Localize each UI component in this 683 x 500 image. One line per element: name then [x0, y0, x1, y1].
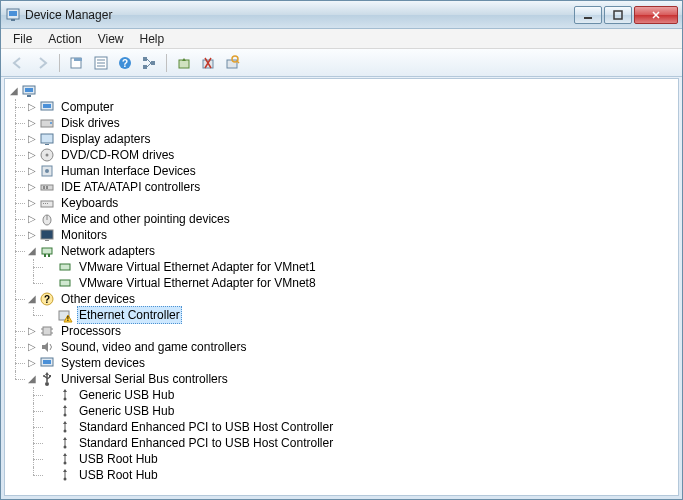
svg-rect-4: [614, 11, 622, 19]
svg-text:?: ?: [44, 294, 50, 305]
svg-rect-15: [151, 61, 155, 65]
node-keyboards[interactable]: Keyboards: [59, 195, 120, 211]
svg-rect-44: [45, 240, 49, 241]
node-usb-hub[interactable]: Generic USB Hub: [77, 403, 176, 419]
app-icon: [5, 7, 21, 23]
node-usb-hub[interactable]: Generic USB Hub: [77, 387, 176, 403]
node-nic-vmnet8[interactable]: VMware Virtual Ethernet Adapter for VMne…: [77, 275, 318, 291]
disk-icon: [39, 115, 55, 131]
svg-rect-39: [45, 203, 46, 204]
usb-device-icon: [57, 419, 73, 435]
node-system-devices[interactable]: System devices: [59, 355, 147, 371]
usb-device-icon: [57, 435, 73, 451]
node-other-devices[interactable]: Other devices: [59, 291, 137, 307]
expander-icon[interactable]: ◢: [25, 371, 39, 387]
tree-root[interactable]: ◢: [7, 83, 678, 99]
menu-file[interactable]: File: [5, 30, 40, 48]
expander-icon[interactable]: ▷: [25, 227, 39, 243]
show-hidden-button[interactable]: [66, 52, 88, 74]
svg-rect-46: [44, 254, 46, 257]
nic-icon: [57, 275, 73, 291]
warning-device-icon: !: [57, 307, 73, 323]
node-usb-root-hub[interactable]: USB Root Hub: [77, 451, 160, 467]
minimize-button[interactable]: [574, 6, 602, 24]
expander-icon[interactable]: ▷: [25, 211, 39, 227]
node-usb-enhanced[interactable]: Standard Enhanced PCI to USB Host Contro…: [77, 435, 335, 451]
node-usb-enhanced[interactable]: Standard Enhanced PCI to USB Host Contro…: [77, 419, 335, 435]
expander-icon[interactable]: ▷: [25, 179, 39, 195]
ide-icon: [39, 179, 55, 195]
tree-view-button[interactable]: [138, 52, 160, 74]
titlebar: Device Manager: [1, 1, 682, 29]
node-computer[interactable]: Computer: [59, 99, 116, 115]
window-controls: [574, 6, 678, 24]
mouse-icon: [39, 211, 55, 227]
uninstall-button[interactable]: [197, 52, 219, 74]
expander-icon[interactable]: ▷: [25, 339, 39, 355]
svg-marker-81: [63, 453, 67, 456]
expander-icon[interactable]: ▷: [25, 355, 39, 371]
expander-icon[interactable]: ◢: [7, 83, 21, 99]
svg-marker-66: [45, 372, 49, 375]
properties-button[interactable]: [90, 52, 112, 74]
node-network-adapters[interactable]: Network adapters: [59, 243, 157, 259]
svg-rect-14: [143, 65, 147, 69]
network-icon: [39, 243, 55, 259]
svg-point-27: [50, 122, 52, 124]
expander-icon[interactable]: ◢: [25, 291, 39, 307]
node-monitors[interactable]: Monitors: [59, 227, 109, 243]
scan-hardware-button[interactable]: [221, 52, 243, 74]
svg-marker-84: [63, 469, 67, 472]
node-disk-drives[interactable]: Disk drives: [59, 115, 122, 131]
menu-view[interactable]: View: [90, 30, 132, 48]
svg-point-31: [46, 154, 49, 157]
expander-icon[interactable]: ▷: [25, 99, 39, 115]
node-hid[interactable]: Human Interface Devices: [59, 163, 198, 179]
maximize-button[interactable]: [604, 6, 632, 24]
expander-icon[interactable]: ▷: [25, 115, 39, 131]
close-button[interactable]: [634, 6, 678, 24]
svg-rect-48: [60, 264, 70, 270]
expander-icon[interactable]: ◢: [25, 243, 39, 259]
device-tree: ◢ ▷Computer ▷Disk drives ▷Display adapte…: [5, 83, 678, 483]
menu-action[interactable]: Action: [40, 30, 89, 48]
node-display-adapters[interactable]: Display adapters: [59, 131, 152, 147]
forward-button[interactable]: [31, 52, 53, 74]
expander-icon[interactable]: ▷: [25, 147, 39, 163]
help-button[interactable]: ?: [114, 52, 136, 74]
svg-rect-6: [74, 58, 82, 61]
svg-marker-72: [63, 405, 67, 408]
svg-marker-69: [63, 389, 67, 392]
node-dvd[interactable]: DVD/CD-ROM drives: [59, 147, 176, 163]
expander-icon[interactable]: ▷: [25, 195, 39, 211]
back-button[interactable]: [7, 52, 29, 74]
svg-rect-49: [60, 280, 70, 286]
node-usb-controllers[interactable]: Universal Serial Bus controllers: [59, 371, 230, 387]
monitor-icon: [39, 227, 55, 243]
tree-panel: ◢ ▷Computer ▷Disk drives ▷Display adapte…: [4, 78, 679, 496]
sound-icon: [39, 339, 55, 355]
system-icon: [39, 355, 55, 371]
node-mice[interactable]: Mice and other pointing devices: [59, 211, 232, 227]
svg-point-62: [45, 382, 49, 386]
expander-icon[interactable]: ▷: [25, 323, 39, 339]
node-nic-vmnet1[interactable]: VMware Virtual Ethernet Adapter for VMne…: [77, 259, 318, 275]
expander-icon[interactable]: ▷: [25, 131, 39, 147]
svg-rect-35: [43, 186, 45, 189]
dvd-icon: [39, 147, 55, 163]
menu-help[interactable]: Help: [132, 30, 173, 48]
node-usb-root-hub[interactable]: USB Root Hub: [77, 467, 160, 483]
nic-icon: [57, 259, 73, 275]
expander-icon[interactable]: ▷: [25, 163, 39, 179]
svg-rect-16: [179, 60, 189, 68]
node-sound[interactable]: Sound, video and game controllers: [59, 339, 248, 355]
display-icon: [39, 131, 55, 147]
hid-icon: [39, 163, 55, 179]
svg-rect-36: [46, 186, 48, 189]
update-driver-button[interactable]: [173, 52, 195, 74]
node-ide[interactable]: IDE ATA/ATAPI controllers: [59, 179, 202, 195]
other-devices-icon: ?: [39, 291, 55, 307]
svg-rect-40: [47, 203, 48, 204]
node-ethernet-controller[interactable]: Ethernet Controller: [77, 306, 182, 324]
node-processors[interactable]: Processors: [59, 323, 123, 339]
